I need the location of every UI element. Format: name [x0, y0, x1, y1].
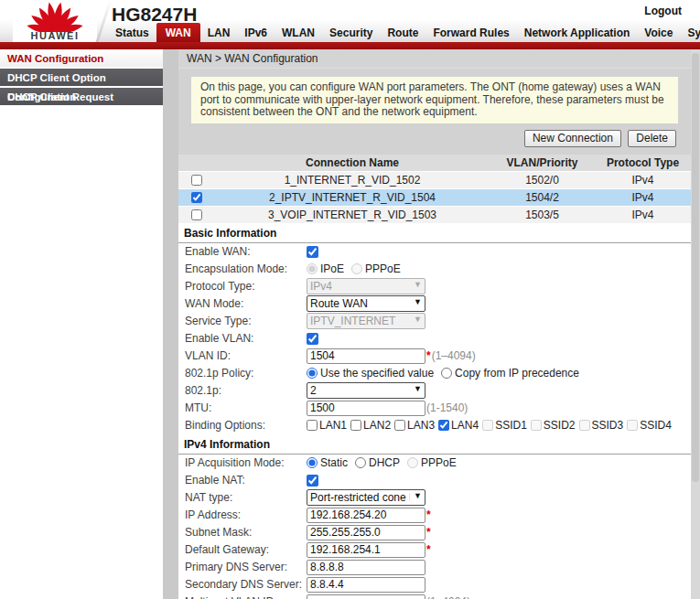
- form-row-service-type: Service Type: IPTV_INTERNET▼: [178, 313, 700, 330]
- sidebar-item-wan-configuration[interactable]: WAN Configuration: [0, 49, 163, 69]
- header-connection-name: Connection Name: [215, 156, 490, 169]
- form-row-subnet-mask: Subnet Mask: *: [178, 524, 700, 541]
- tab-wan[interactable]: WAN: [156, 23, 200, 42]
- range-hint: (1–4094): [432, 349, 476, 362]
- tab-ipv6[interactable]: IPv6: [237, 23, 275, 42]
- enable-wan-checkbox[interactable]: [307, 246, 318, 258]
- form-row-enable-nat: Enable NAT:: [178, 472, 700, 489]
- tab-system-tools[interactable]: System Tools: [680, 23, 700, 42]
- required-asterisk: *: [426, 526, 431, 539]
- brand-wordmark: HUAWEI: [13, 30, 97, 41]
- ipoe-radio[interactable]: [307, 263, 318, 274]
- header-vlan-priority: VLAN/Priority: [490, 156, 595, 169]
- header-protocol-type: Protocol Type: [595, 156, 691, 169]
- service-type-select[interactable]: IPTV_INTERNET: [307, 313, 425, 329]
- form-row-vlan-id: VLAN ID: *(1–4094): [178, 348, 700, 365]
- vertical-scrollbar[interactable]: [691, 49, 700, 599]
- ip-precedence-radio[interactable]: [441, 368, 452, 379]
- protocol-type-select[interactable]: IPv4: [307, 278, 425, 294]
- specified-value-radio[interactable]: [307, 368, 318, 379]
- pppoe-mode-radio[interactable]: [407, 457, 418, 468]
- vlan-cell: 1504/2: [490, 191, 595, 204]
- tab-security[interactable]: Security: [322, 23, 380, 42]
- nat-type-select[interactable]: Port-restricted cone NAT: [307, 489, 425, 506]
- static-radio[interactable]: [307, 457, 318, 468]
- tab-route[interactable]: Route: [380, 23, 425, 42]
- wan-mode-select[interactable]: Route WAN: [307, 295, 425, 312]
- subnet-mask-input[interactable]: [307, 525, 425, 540]
- table-row[interactable]: 3_VOIP_INTERNET_R_VID_1503 1503/5 IPv4: [178, 206, 691, 223]
- ssid2-checkbox[interactable]: [531, 420, 542, 431]
- radio-label: DHCP: [369, 456, 400, 469]
- form-row-mtu: MTU: (1-1540): [178, 400, 700, 417]
- lan4-checkbox[interactable]: [438, 420, 449, 431]
- form-row-ip-acquisition-mode: IP Acquisition Mode: Static DHCP PPPoE: [178, 455, 700, 472]
- ip-address-input[interactable]: [307, 508, 425, 523]
- dhcp-radio[interactable]: [355, 457, 366, 468]
- checkbox-label: SSID4: [640, 419, 672, 432]
- form-row-primary-dns: Primary DNS Server:: [178, 559, 700, 576]
- new-connection-button[interactable]: New Connection: [524, 130, 621, 147]
- checkbox-label: LAN2: [363, 419, 391, 432]
- default-gateway-input[interactable]: [307, 542, 425, 558]
- connection-name-cell: 2_IPTV_INTERNET_R_VID_1504: [215, 191, 490, 204]
- checkbox-label: LAN3: [407, 419, 435, 432]
- main-area: WAN Configuration DHCP Client Option Con…: [0, 49, 700, 599]
- vlan-id-input[interactable]: [307, 348, 425, 364]
- field-label: Default Gateway:: [178, 543, 307, 556]
- lan3-checkbox[interactable]: [394, 420, 405, 431]
- range-hint: (1-1540): [426, 401, 468, 414]
- row-checkbox[interactable]: [191, 209, 202, 220]
- multicast-vlan-input[interactable]: [307, 594, 425, 599]
- form-row-nat-type: NAT type: Port-restricted cone NAT▼: [178, 489, 700, 507]
- field-label: Primary DNS Server:: [178, 561, 307, 573]
- content-pane: WAN > WAN Configuration On this page, yo…: [178, 49, 700, 599]
- table-row[interactable]: 2_IPTV_INTERNET_R_VID_1504 1504/2 IPv4: [178, 188, 691, 206]
- tab-voice[interactable]: Voice: [637, 23, 680, 42]
- tab-network-application[interactable]: Network Application: [517, 23, 638, 42]
- required-asterisk: *: [426, 508, 431, 521]
- table-actions: New Connection Delete: [191, 123, 678, 149]
- sidebar-item-dhcp-option[interactable]: DHCP Client Option Configuration: [0, 69, 163, 88]
- enable-nat-checkbox[interactable]: [307, 475, 318, 487]
- mtu-input[interactable]: [307, 401, 425, 416]
- tab-wlan[interactable]: WLAN: [275, 23, 322, 42]
- scrollbar-thumb[interactable]: [692, 53, 699, 482]
- tab-forward-rules[interactable]: Forward Rules: [425, 23, 516, 42]
- delete-button[interactable]: Delete: [628, 130, 676, 147]
- tab-status[interactable]: Status: [108, 23, 156, 42]
- primary-dns-input[interactable]: [307, 560, 425, 575]
- lan1-checkbox[interactable]: [307, 420, 318, 431]
- connection-name-cell: 1_INTERNET_R_VID_1502: [215, 174, 490, 187]
- row-checkbox[interactable]: [191, 175, 202, 186]
- connection-name-cell: 3_VOIP_INTERNET_R_VID_1503: [215, 209, 490, 221]
- form-row-8021p: 802.1p: 2▼: [178, 382, 700, 400]
- field-label: IP Acquisition Mode:: [178, 456, 307, 469]
- field-label: Enable WAN:: [178, 245, 307, 258]
- page-intro-block: On this page, you can configure WAN port…: [178, 69, 700, 155]
- radio-label: Copy from IP precedence: [455, 367, 579, 380]
- row-checkbox[interactable]: [191, 192, 202, 203]
- checkbox-label: SSID3: [592, 419, 624, 432]
- field-label: 802.1p:: [178, 384, 307, 397]
- pppoe-radio[interactable]: [351, 263, 362, 274]
- lan2-checkbox[interactable]: [350, 420, 361, 431]
- 8021p-select[interactable]: 2: [307, 382, 425, 399]
- protocol-cell: IPv4: [595, 174, 691, 187]
- sidebar-item-dhcp-request[interactable]: DHCP Client Request Parameter: [0, 88, 163, 107]
- form-row-multicast-vlan-id: Multicast VLAN ID: (1–4094): [178, 594, 700, 599]
- ssid4-checkbox[interactable]: [627, 420, 638, 431]
- radio-label: PPPoE: [421, 456, 457, 469]
- table-row[interactable]: 1_INTERNET_R_VID_1502 1502/0 IPv4: [178, 171, 691, 188]
- tab-lan[interactable]: LAN: [200, 23, 238, 42]
- logout-link[interactable]: Logout: [644, 5, 682, 17]
- red-accent-bar: [0, 42, 700, 49]
- header: HUAWEI HG8247H Logout Status WAN LAN IPv…: [0, 0, 700, 42]
- radio-label: PPPoE: [365, 262, 401, 275]
- ssid1-checkbox[interactable]: [482, 420, 493, 431]
- ssid3-checkbox[interactable]: [579, 420, 590, 431]
- enable-vlan-checkbox[interactable]: [307, 333, 318, 345]
- radio-label: Static: [320, 456, 348, 469]
- secondary-dns-input[interactable]: [307, 577, 425, 593]
- field-label: Enable NAT:: [178, 474, 307, 487]
